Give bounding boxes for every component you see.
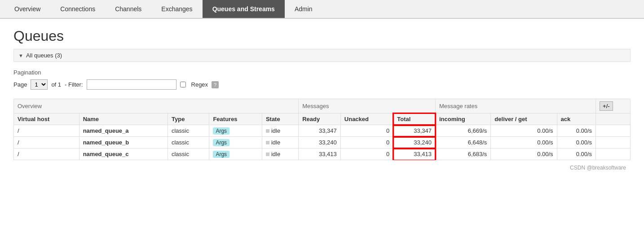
col-header-features: Features (209, 113, 262, 125)
col-header-incoming: incoming (435, 113, 490, 125)
tab-admin[interactable]: Admin (285, 0, 322, 18)
column-header-row: Virtual host Name Type Features State Re… (14, 113, 631, 125)
col-header-total: Total (393, 113, 436, 125)
cell-state: idle (262, 148, 298, 160)
col-header-type: Type (168, 113, 209, 125)
section-messages: Messages (299, 99, 436, 113)
cell-state: idle (262, 125, 298, 137)
nav-tabs: Overview Connections Channels Exchanges … (0, 0, 644, 19)
cell-deliver-get: 0.00/s (491, 148, 557, 160)
filter-label: - Filter: (65, 81, 83, 88)
cell-unacked: 0 (340, 137, 393, 148)
cell-unacked: 0 (340, 125, 393, 137)
state-icon (266, 129, 269, 133)
all-queues-row[interactable]: ▼ All queues (3) (13, 49, 631, 62)
cell-features: Args (209, 125, 262, 137)
cell-empty (596, 125, 631, 137)
tab-channels[interactable]: Channels (105, 0, 151, 18)
cell-virtual-host: / (14, 148, 79, 160)
cell-virtual-host: / (14, 125, 79, 137)
cell-features: Args (209, 148, 262, 160)
args-badge: Args (213, 127, 229, 135)
footer-note: CSDN @breaksoftware (13, 165, 631, 171)
filter-input[interactable] (87, 79, 176, 90)
cell-state: idle (262, 137, 298, 148)
cell-type: classic (168, 148, 209, 160)
cell-type: classic (168, 125, 209, 137)
page-text: Page (13, 81, 27, 88)
cell-deliver-get: 0.00/s (491, 125, 557, 137)
tab-connections[interactable]: Connections (50, 0, 105, 18)
cell-ack: 0.00/s (557, 125, 596, 137)
section-header-row: Overview Messages Message rates +/- (14, 99, 631, 113)
cell-name: named_queue_a (79, 125, 168, 137)
args-badge: Args (213, 151, 229, 158)
table-row: /named_queue_aclassicArgsidle33,347033,3… (14, 125, 631, 137)
cell-ready: 33,240 (299, 137, 341, 148)
table-wrapper: Overview Messages Message rates +/- Virt… (13, 99, 631, 160)
col-header-ack: ack (557, 113, 596, 125)
help-icon[interactable]: ? (212, 81, 219, 88)
regex-label: Regex (191, 81, 208, 88)
tab-queues-streams[interactable]: Queues and Streams (203, 0, 285, 18)
cell-name: named_queue_b (79, 137, 168, 148)
tab-exchanges[interactable]: Exchanges (151, 0, 202, 18)
col-header-empty (596, 113, 631, 125)
tab-overview[interactable]: Overview (4, 0, 50, 18)
pagination-controls: Page 1 of 1 - Filter: Regex ? (13, 79, 631, 90)
table-row: /named_queue_bclassicArgsidle33,240033,2… (14, 137, 631, 148)
col-header-ready: Ready (299, 113, 341, 125)
triangle-icon: ▼ (18, 53, 23, 58)
cell-ready: 33,413 (299, 148, 341, 160)
of-text: of 1 (51, 81, 61, 88)
args-badge: Args (213, 139, 229, 146)
cell-total: 33,347 (393, 125, 436, 137)
cell-type: classic (168, 137, 209, 148)
col-header-name: Name (79, 113, 168, 125)
cell-ready: 33,347 (299, 125, 341, 137)
pagination-label: Pagination (13, 69, 631, 76)
cell-ack: 0.00/s (557, 137, 596, 148)
cell-total: 33,240 (393, 137, 436, 148)
cell-ack: 0.00/s (557, 148, 596, 160)
all-queues-label: All queues (3) (26, 52, 62, 59)
table-row: /named_queue_cclassicArgsidle33,413033,4… (14, 148, 631, 160)
col-header-state: State (262, 113, 298, 125)
cell-total: 33,413 (393, 148, 436, 160)
page-select[interactable]: 1 (31, 79, 48, 90)
state-icon (266, 152, 269, 156)
cell-deliver-get: 0.00/s (491, 137, 557, 148)
cell-incoming: 6,648/s (435, 137, 490, 148)
col-header-deliver-get: deliver / get (491, 113, 557, 125)
page-content: Queues ▼ All queues (3) Pagination Page … (0, 19, 644, 180)
cell-incoming: 6,669/s (435, 125, 490, 137)
cell-name: named_queue_c (79, 148, 168, 160)
cell-incoming: 6,683/s (435, 148, 490, 160)
col-header-virtual-host: Virtual host (14, 113, 79, 125)
plus-minus-cell[interactable]: +/- (596, 99, 631, 113)
section-message-rates: Message rates (435, 99, 595, 113)
cell-virtual-host: / (14, 137, 79, 148)
page-title: Queues (13, 28, 631, 44)
cell-empty (596, 137, 631, 148)
plus-minus-button[interactable]: +/- (600, 101, 613, 111)
regex-checkbox[interactable] (180, 82, 186, 87)
state-icon (266, 141, 269, 144)
cell-features: Args (209, 137, 262, 148)
cell-empty (596, 148, 631, 160)
col-header-unacked: Unacked (340, 113, 393, 125)
section-overview: Overview (14, 99, 299, 113)
cell-unacked: 0 (340, 148, 393, 160)
queues-table: Overview Messages Message rates +/- Virt… (13, 99, 631, 160)
